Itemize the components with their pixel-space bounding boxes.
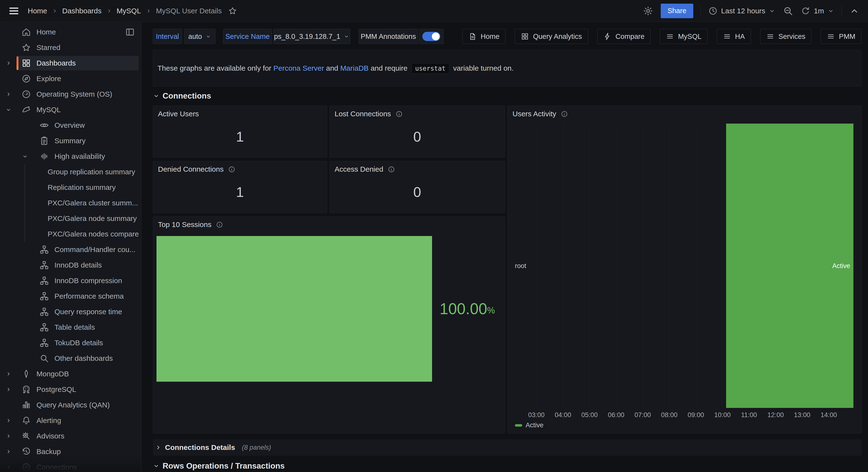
sidebar-item-label: Home [36, 28, 56, 36]
breadcrumb-item-dashboards[interactable]: Dashboards [62, 7, 101, 15]
sidebar-item-mongodb[interactable]: MongoDB [0, 366, 141, 382]
sidebar-item-summary[interactable]: Summary [0, 133, 141, 148]
nav-button-mysql[interactable]: MySQL [660, 29, 708, 44]
sidebar-item-connections[interactable]: Connections [0, 459, 141, 472]
section-label: Rows Operations / Transactions [162, 461, 284, 471]
breadcrumb-item-home[interactable]: Home [28, 7, 47, 15]
section-row-connections-details[interactable]: Connections Details (8 panels) [153, 439, 862, 456]
sidebar-item-innodb-compression[interactable]: InnoDB compression [0, 273, 141, 289]
active-time-bar[interactable]: Active [726, 124, 854, 408]
nav-button-ha[interactable]: HA [717, 29, 751, 44]
dashboard-settings-gear-icon[interactable] [643, 6, 653, 16]
panel-header[interactable]: Active Users [153, 106, 327, 118]
chevron-down-icon [5, 107, 12, 113]
sidebar-item-command-handler-cou[interactable]: Command/Handler cou... [0, 242, 141, 257]
x-tick-label: 05:00 [581, 411, 598, 419]
sidebar-item-dashboards[interactable]: Dashboards [0, 55, 141, 71]
sidebar-item-pxc-galera-cluster-summ[interactable]: PXC/Galera cluster summ... [0, 195, 141, 211]
mariadb-link[interactable]: MariaDB [340, 64, 369, 72]
sidebar-item-replication-summary[interactable]: Replication summary [0, 180, 141, 195]
sidebar-item-starred[interactable]: Starred [0, 40, 141, 55]
sidebar-item-pxc-galera-nodes-compare[interactable]: PXC/Galera nodes compare [0, 226, 141, 242]
sidebar-item-advisors[interactable]: Advisors [0, 428, 141, 444]
sidebar-item-table-details[interactable]: Table details [0, 319, 141, 335]
topbar-divider [841, 5, 842, 16]
sidebar-item-innodb-details[interactable]: InnoDB details [0, 257, 141, 273]
sidebar-item-label: Advisors [36, 432, 64, 440]
nav-button-home[interactable]: Home [462, 29, 505, 44]
time-range-picker[interactable]: Last 12 hours [708, 6, 776, 16]
service-name-select[interactable]: ps_8.0_3.19.128.7_1 [273, 29, 350, 44]
sidebar-item-pxc-galera-node-summary[interactable]: PXC/Galera node summary [0, 211, 141, 226]
sidebar-item-performance-schema[interactable]: Performance schema [0, 289, 141, 304]
sidebar-item-high-availability[interactable]: High availability [0, 148, 141, 164]
info-icon[interactable] [228, 166, 236, 173]
nav-button-compare[interactable]: Compare [597, 29, 651, 44]
breadcrumb-item-mysql[interactable]: MySQL [117, 7, 141, 15]
gridline [643, 124, 643, 408]
favorite-star-icon[interactable] [228, 6, 237, 15]
nav-button-query-analytics[interactable]: Query Analytics [515, 29, 588, 44]
section-row-rows-operations[interactable]: Rows Operations / Transactions [153, 460, 284, 472]
info-icon[interactable] [561, 110, 568, 118]
menu-icon [666, 32, 674, 40]
sidebar-item-operating-system-os[interactable]: Operating System (OS) [0, 87, 141, 102]
panel-header[interactable]: Access Denied [330, 161, 505, 173]
sidebar-item-postgresql[interactable]: PostgreSQL [0, 382, 141, 397]
nav-button-pmm[interactable]: PMM [820, 29, 862, 44]
sidebar-item-label: PXC/Galera nodes compare [48, 230, 139, 238]
section-row-connections[interactable]: Connections [153, 89, 211, 103]
menu-toggle-icon[interactable] [8, 5, 20, 16]
x-tick-label: 07:00 [634, 411, 651, 419]
sidebar-collapse-icon[interactable] [125, 27, 135, 37]
sidebar-item-label: Performance schema [55, 292, 124, 300]
time-range-label: Last 12 hours [721, 7, 766, 15]
panel-header[interactable]: Top 10 Sessions [153, 216, 505, 229]
sitemap-icon [39, 291, 49, 301]
users-activity-panel: Users Activity root Active 03:0004:0005:… [507, 106, 862, 433]
nav-button-label: MySQL [678, 33, 702, 40]
panel-header[interactable]: Users Activity [508, 106, 862, 118]
zoom-out-icon[interactable] [783, 6, 794, 16]
chevron-right-icon [5, 433, 12, 439]
sidebar-item-query-analytics-qan[interactable]: Query Analytics (QAN) [0, 397, 141, 413]
refresh-picker[interactable]: 1m [801, 6, 834, 16]
sidebar-item-tokudb-details[interactable]: TokuDB details [0, 335, 141, 350]
clock-icon [708, 6, 718, 16]
collapse-kiosk-chevron-up-icon[interactable] [849, 6, 860, 16]
sidebar-item-mysql[interactable]: MySQL [0, 102, 141, 117]
sidebar-item-home[interactable]: Home [0, 24, 141, 40]
x-tick-label: 03:00 [528, 411, 545, 419]
interval-select[interactable]: auto [184, 29, 215, 44]
sitemap-icon [39, 276, 49, 285]
panel-header[interactable]: Denied Connections [153, 161, 327, 173]
chevron-down-icon [828, 7, 834, 14]
sidebar-item-label: Other dashboards [55, 354, 113, 363]
sidebar-item-label: Query Analytics (QAN) [36, 401, 110, 409]
share-button[interactable]: Share [661, 4, 693, 18]
dashboard-toolbar: Interval auto Service Name ps_8.0_3.19.1… [153, 29, 862, 44]
stat-panel-active-users: Active Users1 [153, 106, 327, 158]
info-icon[interactable] [216, 221, 223, 229]
breadcrumb-item-mysql-user-details[interactable]: MySQL User Details [156, 7, 222, 15]
chevron-down-icon [153, 463, 160, 469]
percona-server-link[interactable]: Percona Server [273, 64, 324, 72]
sidebar-item-group-replication-summary[interactable]: Group replication summary [0, 164, 141, 180]
info-icon[interactable] [388, 166, 395, 173]
pmm-annotations-toggle[interactable] [422, 32, 440, 41]
sidebar-item-alerting[interactable]: Alerting [0, 413, 141, 428]
panel-header[interactable]: Lost Connections [330, 106, 505, 118]
sidebar-item-other-dashboards[interactable]: Other dashboards [0, 350, 141, 366]
mongodb-leaf-icon [21, 369, 31, 379]
sidebar-item-backup[interactable]: Backup [0, 444, 141, 459]
search-icon [39, 353, 49, 363]
info-icon[interactable] [395, 110, 403, 118]
x-tick-label: 04:00 [555, 411, 571, 419]
sidebar-item-explore[interactable]: Explore [0, 71, 141, 87]
legend-item-active[interactable]: Active [515, 422, 544, 429]
users-activity-plot: root Active [511, 124, 858, 408]
nav-button-label: PMM [839, 33, 855, 40]
sidebar-item-query-response-time[interactable]: Query response time [0, 304, 141, 319]
nav-button-services[interactable]: Services [760, 29, 811, 44]
sidebar-item-overview[interactable]: Overview [0, 117, 141, 133]
